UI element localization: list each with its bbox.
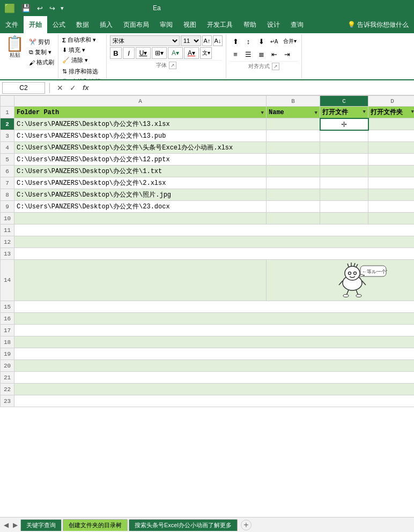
font-size-increase-button[interactable]: A↑ [202,35,212,46]
cell-a5[interactable]: C:\Users\PANZERS\Desktop\办公文件\12.pptx [14,154,267,166]
function-icon[interactable]: fx [80,83,91,92]
cell-a10[interactable] [14,213,267,224]
tab-file[interactable]: 文件 [0,16,24,33]
row-header-4[interactable]: 4 [1,142,14,154]
font-size-select[interactable]: 11 [181,35,201,46]
cell-b8[interactable] [267,189,320,201]
cell-d7[interactable] [368,177,415,189]
cell-b7[interactable] [267,177,320,189]
row-header-3[interactable]: 3 [1,130,14,142]
tab-design[interactable]: 设计 [262,16,285,33]
row-header-19[interactable]: 19 [1,348,14,360]
align-middle-button[interactable]: ↕ [242,35,254,47]
formula-input[interactable] [93,82,412,94]
wrap-text-button[interactable]: ↵A [268,35,280,47]
save-button[interactable]: 💾 [19,3,33,13]
cell-c3[interactable] [320,130,368,142]
row-header-8[interactable]: 8 [1,189,14,201]
row-header-9[interactable]: 9 [1,201,14,213]
row-header-15[interactable]: 15 [1,301,14,313]
row-header-6[interactable]: 6 [1,166,14,177]
decrease-indent-button[interactable]: ⇤ [268,48,280,60]
cut-button[interactable]: ✂️剪切 [27,38,56,47]
tab-home[interactable]: 开始 [24,16,47,33]
font-color-button[interactable]: A▾ [184,47,199,59]
row-header-11[interactable]: 11 [1,224,14,236]
tab-formula[interactable]: 公式 [47,16,71,33]
row-header-17[interactable]: 17 [1,325,14,336]
row-header-10[interactable]: 10 [1,213,14,224]
row-header-20[interactable]: 20 [1,360,14,372]
cell-row11[interactable] [14,224,415,236]
underline-button[interactable]: U▾ [136,47,151,59]
cell-c5[interactable] [320,154,368,166]
row-header-13[interactable]: 13 [1,248,14,260]
cell-b3[interactable] [267,130,320,142]
cell-row13[interactable] [14,248,415,260]
tab-help[interactable]: 帮助 [238,16,262,33]
tab-insert[interactable]: 插入 [94,16,118,33]
cell-a6[interactable]: C:\Users\PANZERS\Desktop\办公文件\1.txt [14,166,267,177]
paste-button[interactable]: 📋 粘贴 [3,35,26,60]
undo-button[interactable]: ↩ [35,3,45,13]
tab-page-layout[interactable]: 页面布局 [118,16,154,33]
row-header-22[interactable]: 22 [1,384,14,395]
align-top-button[interactable]: ⬆ [230,35,241,47]
align-center-button[interactable]: ☰ [242,48,254,60]
cell-row15[interactable] [14,301,415,313]
cell-d9[interactable] [368,201,415,213]
font-border-button[interactable]: ⊞▾ [152,47,167,59]
cell-a3[interactable]: C:\Users\PANZERS\Desktop\办公文件\13.pub [14,130,267,142]
font-family-select[interactable]: 宋体 [110,35,180,46]
col-header-a[interactable]: A [14,96,267,107]
clear-button[interactable]: 🧹清除 ▾ [61,56,104,65]
row-header-18[interactable]: 18 [1,336,14,348]
row-header-7[interactable]: 7 [1,177,14,189]
cell-d10[interactable] [368,213,415,224]
cell-row12[interactable] [14,236,415,248]
row-header-21[interactable]: 21 [1,372,14,384]
cancel-icon[interactable]: ✕ [55,83,65,93]
align-left-button[interactable]: ≡ [230,48,241,60]
row-header-14[interactable]: 14 [1,260,14,301]
cell-b6[interactable] [267,166,320,177]
tab-query[interactable]: 查询 [285,16,309,33]
cell-c4[interactable] [320,142,368,154]
cell-c6[interactable] [320,166,368,177]
tab-review[interactable]: 审阅 [154,16,178,33]
cell-c10[interactable] [320,213,368,224]
phonetic-button[interactable]: 文▾ [200,47,212,59]
col-header-select-all[interactable] [1,96,14,107]
cell-d3[interactable] [368,130,415,142]
cell-c2[interactable]: ✛ [320,118,368,130]
row-header-1[interactable]: 1 [1,107,14,118]
row-header-16[interactable]: 16 [1,313,14,325]
row-header-23[interactable]: 23 [1,395,14,407]
cell-c1[interactable]: 打开文件 ▼ [320,107,368,118]
cell-row23[interactable] [14,395,415,407]
row-header-2[interactable]: 2 [1,118,14,130]
cell-a8[interactable]: C:\Users\PANZERS\Desktop\办公文件\照片.jpg [14,189,267,201]
cell-a7[interactable]: C:\Users\PANZERS\Desktop\办公文件\2.xlsx [14,177,267,189]
col-header-b[interactable]: B [267,96,320,107]
tab-tell-me[interactable]: 💡告诉我你想做什么 [342,16,414,33]
cell-d2[interactable] [368,118,415,130]
qat-customize-button[interactable]: ▾ [60,4,65,13]
cell-a9[interactable]: C:\Users\PANZERS\Desktop\办公文件\23.docx [14,201,267,213]
cell-row20[interactable] [14,360,415,372]
align-right-button[interactable]: ≣ [255,48,267,60]
cell-d6[interactable] [368,166,415,177]
redo-button[interactable]: ↪ [47,3,57,13]
tab-view[interactable]: 视图 [178,16,202,33]
cell-a4[interactable]: C:\Users\PANZERS\Desktop\办公文件\头条号Excel办公… [14,142,267,154]
cell-a1[interactable]: Folder Path ▼ [14,107,267,118]
cell-b10[interactable] [267,213,320,224]
cell-b1[interactable]: Name ▼ [267,107,320,118]
align-bottom-button[interactable]: ⬇ [255,35,267,47]
col-header-d[interactable]: D [368,96,415,107]
cell-a2[interactable]: C:\Users\PANZERS\Desktop\办公文件\13.xlsx [14,118,267,130]
font-group-expand-icon[interactable]: ↗ [169,62,176,69]
tab-dev-tools[interactable]: 开发工具 [202,16,238,33]
row-header-12[interactable]: 12 [1,236,14,248]
cell-d1[interactable]: 打开文件夹 ▼ [368,107,415,118]
